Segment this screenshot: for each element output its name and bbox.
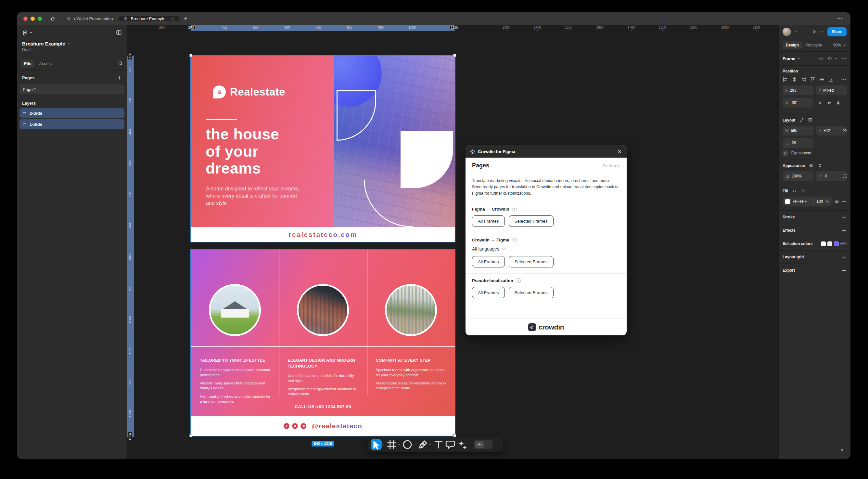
remove-fill-icon[interactable]: [842, 199, 846, 204]
selected-frames-button[interactable]: Selected Frames: [509, 287, 554, 298]
add-export-icon[interactable]: [842, 268, 846, 273]
resize-icon[interactable]: [799, 118, 804, 122]
align-vcenter-icon[interactable]: [819, 77, 825, 82]
chevron-down-icon[interactable]: [794, 30, 798, 34]
sidebar-tab-file[interactable]: File: [21, 59, 34, 68]
present-play-icon[interactable]: [811, 29, 817, 34]
dev-mode-toggle[interactable]: </>: [474, 440, 493, 449]
help-circle-icon[interactable]: ?: [516, 278, 521, 283]
help-button[interactable]: ?: [837, 447, 846, 455]
flip-vertical-button[interactable]: [834, 99, 842, 107]
layer-item-2-side[interactable]: 2-Side: [20, 108, 124, 118]
help-circle-icon[interactable]: ?: [512, 207, 517, 212]
x-position-field[interactable]: X293: [782, 86, 813, 95]
align-bottom-icon[interactable]: [828, 77, 834, 82]
share-button[interactable]: Share: [827, 27, 846, 36]
gap-field[interactable]: 28: [782, 138, 813, 148]
file-tab-1[interactable]: eWallet Presentation: [61, 16, 118, 21]
fill-swatch[interactable]: [785, 199, 790, 204]
layer-item-1-side[interactable]: 1-Side: [20, 119, 124, 129]
flip-horizontal-button[interactable]: [825, 99, 833, 107]
zoom-level[interactable]: 96%: [833, 43, 846, 48]
component-icon[interactable]: [827, 56, 832, 61]
more-options-icon[interactable]: [842, 56, 846, 61]
tab-prototype[interactable]: Prototype: [805, 43, 822, 48]
chevron-down-icon[interactable]: [413, 443, 416, 446]
fill-color-field[interactable]: FFFFFF 100 %: [782, 197, 832, 206]
all-frames-button[interactable]: All Frames: [472, 256, 505, 267]
file-name[interactable]: Broshure Example: [22, 41, 122, 47]
language-dropdown[interactable]: All languages: [472, 246, 620, 251]
selection-type[interactable]: Frame: [782, 56, 795, 61]
more-colors-count[interactable]: +36: [840, 241, 846, 246]
dialog-tab-settings[interactable]: Settings: [602, 163, 620, 168]
rotate-button[interactable]: [816, 99, 824, 107]
text-tool[interactable]: [433, 439, 444, 450]
blend-mode-icon[interactable]: [818, 163, 823, 168]
selected-frames-button[interactable]: Selected Frames: [509, 215, 554, 227]
add-layout-grid-icon[interactable]: [842, 255, 846, 260]
dev-code-icon[interactable]: [818, 56, 824, 61]
rotation-field[interactable]: 90°: [782, 98, 813, 108]
file-location[interactable]: Drafts: [22, 48, 122, 52]
color-swatch[interactable]: [834, 241, 839, 246]
move-tool[interactable]: [371, 439, 385, 450]
align-hcenter-icon[interactable]: [792, 77, 797, 82]
selection-handle-br[interactable]: [453, 434, 456, 437]
help-circle-icon[interactable]: ?: [512, 238, 517, 242]
align-left-icon[interactable]: [782, 77, 788, 82]
toggle-fill-visibility-icon[interactable]: [834, 199, 839, 204]
auto-layout-icon[interactable]: [808, 118, 813, 122]
actions-tool[interactable]: [457, 439, 467, 450]
align-right-icon[interactable]: [801, 77, 806, 82]
add-effect-icon[interactable]: [842, 228, 846, 233]
chevron-down-icon[interactable]: [819, 30, 824, 34]
window-close-button[interactable]: [23, 17, 28, 21]
selection-handle-bl[interactable]: [189, 434, 192, 437]
window-minimize-button[interactable]: [31, 17, 35, 21]
chevron-down-icon[interactable]: [397, 443, 401, 446]
all-frames-button[interactable]: All Frames: [472, 215, 505, 227]
selected-frames-button[interactable]: Selected Frames: [509, 256, 554, 267]
add-page-icon[interactable]: [117, 76, 122, 80]
window-zoom-button[interactable]: [38, 17, 42, 21]
shape-tool[interactable]: [402, 439, 417, 450]
home-button[interactable]: [47, 12, 58, 25]
new-tab-button[interactable]: +: [180, 12, 191, 25]
color-swatch[interactable]: [827, 241, 832, 246]
file-tab-2[interactable]: Broshure Example: [118, 16, 180, 21]
window-menu-button[interactable]: [837, 12, 850, 25]
figma-menu-icon[interactable]: [22, 30, 28, 35]
panel-toggle-icon[interactable]: [116, 30, 122, 35]
page-item[interactable]: Page 1: [20, 85, 124, 94]
tab-close-icon[interactable]: [171, 17, 175, 21]
close-icon[interactable]: [617, 149, 622, 154]
comment-tool[interactable]: [445, 439, 456, 450]
chevron-down-icon[interactable]: [29, 31, 33, 34]
chevron-down-icon[interactable]: [429, 443, 432, 446]
canvas[interactable]: 2002934005006007008009001000113513001400…: [127, 25, 778, 459]
chevron-down-icon[interactable]: [797, 57, 801, 60]
chevron-down-icon[interactable]: [834, 57, 838, 60]
selection-handle-tl[interactable]: [189, 54, 192, 57]
selection-handle-tr[interactable]: [453, 54, 456, 57]
sidebar-tab-assets[interactable]: Assets: [36, 59, 55, 68]
clip-content-checkbox[interactable]: ✓ Clip content: [782, 150, 846, 156]
constrain-proportions-icon[interactable]: [842, 128, 847, 133]
pen-tool[interactable]: [417, 439, 432, 450]
dialog-header[interactable]: Crowdin for Figma: [466, 145, 627, 158]
color-swatch[interactable]: [821, 241, 826, 246]
styles-icon[interactable]: [792, 188, 797, 193]
width-field[interactable]: W595: [782, 126, 813, 136]
opacity-field[interactable]: 100%: [782, 171, 813, 181]
independent-corners-icon[interactable]: [842, 173, 847, 178]
dialog-tab-pages[interactable]: Pages: [472, 162, 489, 169]
eye-icon[interactable]: [809, 163, 814, 168]
avatar[interactable]: [782, 28, 791, 36]
frame-1-side[interactable]: 1-Side Realestate: [191, 56, 455, 242]
add-stroke-icon[interactable]: [842, 215, 846, 220]
search-icon[interactable]: [118, 61, 123, 66]
chevron-down-icon[interactable]: [382, 443, 385, 446]
all-frames-button[interactable]: All Frames: [472, 287, 505, 298]
add-fill-icon[interactable]: [801, 188, 806, 193]
